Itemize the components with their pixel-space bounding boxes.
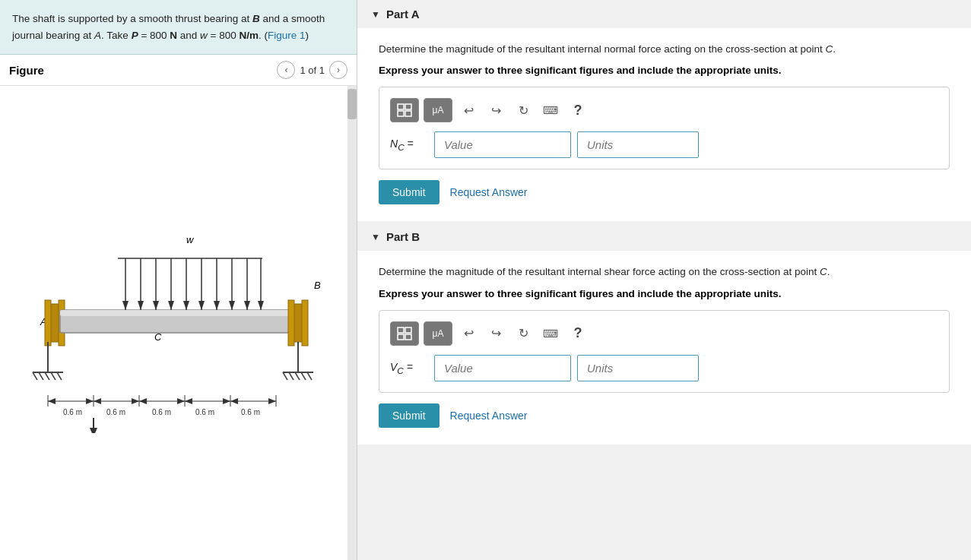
part-b-request-answer-link[interactable]: Request Answer: [450, 410, 528, 422]
svg-line-42: [283, 372, 287, 380]
part-b-label: Part B: [386, 230, 420, 243]
svg-text:0.6 m: 0.6 m: [241, 408, 260, 416]
part-b-header: ▼ Part B: [357, 223, 971, 251]
keyboard-button-a[interactable]: ⌨: [539, 99, 562, 122]
svg-rect-78: [398, 111, 404, 116]
mu-icon-button-b[interactable]: μA: [424, 321, 452, 346]
svg-marker-34: [244, 301, 250, 310]
part-a-value-input[interactable]: [434, 131, 571, 158]
grid-icon-button-b[interactable]: [390, 321, 419, 346]
part-b-collapse-icon[interactable]: ▼: [371, 232, 380, 242]
help-button-a[interactable]: ?: [566, 99, 589, 122]
part-b-value-input[interactable]: [434, 355, 571, 381]
svg-marker-26: [183, 301, 189, 310]
next-figure-button[interactable]: ›: [329, 61, 347, 79]
svg-text:0.6 m: 0.6 m: [63, 408, 82, 416]
reset-button-a[interactable]: ↻: [512, 99, 535, 122]
svg-marker-30: [214, 301, 220, 310]
svg-marker-58: [94, 398, 101, 404]
svg-text:0.6 m: 0.6 m: [152, 408, 171, 416]
figure-area: A B C w: [0, 86, 357, 560]
part-a-answer-box: μA ↩ ↪ ↻ ⌨ ? NC =: [379, 87, 950, 169]
part-b-section: ▼ Part B Determine the magnitude of the …: [357, 223, 971, 444]
svg-line-45: [301, 372, 306, 380]
part-b-units-input[interactable]: [577, 355, 699, 381]
figure-header: Figure ‹ 1 of 1 ›: [0, 55, 357, 86]
part-b-instruction: Express your answer to three significant…: [379, 288, 950, 299]
svg-line-46: [307, 372, 312, 380]
part-a-question: Determine the magnitude of the resultant…: [379, 42, 950, 57]
svg-line-13: [57, 372, 62, 380]
svg-marker-32: [229, 301, 235, 310]
svg-marker-59: [132, 398, 139, 404]
svg-line-10: [39, 372, 43, 380]
problem-description: The shaft is supported by a smooth thrus…: [0, 0, 357, 55]
part-a-section: ▼ Part A Determine the magnitude of the …: [357, 0, 971, 221]
part-a-input-row: NC =: [390, 131, 938, 158]
grid-icon-button-a[interactable]: [390, 98, 419, 122]
prev-figure-button[interactable]: ‹: [277, 61, 295, 79]
svg-rect-83: [405, 334, 411, 340]
svg-marker-55: [86, 398, 94, 404]
right-panel: ▼ Part A Determine the magnitude of the …: [357, 0, 971, 560]
svg-marker-24: [168, 301, 174, 310]
mu-icon-button-a[interactable]: μA: [424, 98, 452, 122]
part-a-toolbar: μA ↩ ↪ ↻ ⌨ ?: [390, 98, 938, 122]
svg-line-12: [51, 372, 56, 380]
svg-marker-54: [48, 398, 56, 404]
part-a-units-input[interactable]: [577, 131, 699, 158]
part-a-label: Part A: [386, 8, 420, 21]
part-a-collapse-icon[interactable]: ▼: [371, 9, 380, 20]
svg-rect-5: [45, 300, 51, 346]
svg-line-44: [295, 372, 300, 380]
part-b-question: Determine the magnitude of the resultant…: [379, 264, 950, 280]
svg-marker-18: [122, 301, 129, 310]
svg-marker-28: [198, 301, 205, 310]
svg-rect-76: [398, 104, 404, 109]
shaft-diagram: A B C w: [27, 213, 331, 433]
svg-rect-15: [60, 310, 294, 316]
scrollbar[interactable]: [347, 86, 357, 560]
part-b-toolbar: μA ↩ ↪ ↻ ⌨ ?: [390, 321, 938, 346]
svg-marker-20: [138, 301, 144, 310]
svg-marker-22: [153, 301, 159, 310]
undo-button-a[interactable]: ↩: [457, 99, 480, 122]
part-a-instruction: Express your answer to three significant…: [379, 65, 950, 76]
part-a-submit-button[interactable]: Submit: [379, 180, 439, 204]
svg-text:w: w: [186, 234, 195, 245]
svg-line-9: [33, 372, 37, 380]
part-a-header: ▼ Part A: [357, 0, 971, 28]
svg-text:0.6 m: 0.6 m: [106, 408, 125, 416]
svg-line-43: [289, 372, 294, 380]
reset-button-b[interactable]: ↻: [512, 322, 535, 345]
svg-rect-81: [405, 327, 411, 333]
keyboard-button-b[interactable]: ⌨: [539, 322, 562, 345]
figure-title: Figure: [9, 64, 44, 77]
svg-line-11: [45, 372, 49, 380]
scrollbar-thumb: [347, 89, 357, 119]
part-a-request-answer-link[interactable]: Request Answer: [450, 186, 528, 198]
svg-marker-36: [258, 301, 264, 310]
part-b-actions: Submit Request Answer: [379, 403, 950, 428]
help-button-b[interactable]: ?: [566, 322, 589, 345]
part-a-content: Determine the magnitude of the resultant…: [357, 28, 971, 221]
figure-link[interactable]: Figure 1: [268, 30, 306, 41]
svg-text:0.6 m: 0.6 m: [195, 408, 214, 416]
svg-marker-63: [177, 398, 185, 404]
undo-button-b[interactable]: ↩: [457, 322, 480, 345]
part-b-input-label: VC =: [390, 361, 428, 375]
figure-svg: A B C w: [0, 86, 357, 560]
part-b-answer-box: μA ↩ ↪ ↻ ⌨ ? VC =: [379, 310, 950, 393]
svg-marker-70: [230, 398, 238, 404]
redo-button-b[interactable]: ↪: [484, 322, 507, 345]
svg-rect-39: [302, 300, 308, 346]
svg-marker-67: [223, 398, 230, 404]
page-indicator: 1 of 1: [300, 65, 325, 76]
figure-navigation: ‹ 1 of 1 ›: [277, 61, 347, 79]
part-a-input-label: NC =: [390, 138, 428, 152]
svg-rect-77: [405, 104, 411, 109]
redo-button-a[interactable]: ↪: [484, 99, 507, 122]
part-b-submit-button[interactable]: Submit: [379, 403, 439, 428]
svg-marker-71: [268, 398, 276, 404]
svg-rect-82: [398, 334, 404, 340]
